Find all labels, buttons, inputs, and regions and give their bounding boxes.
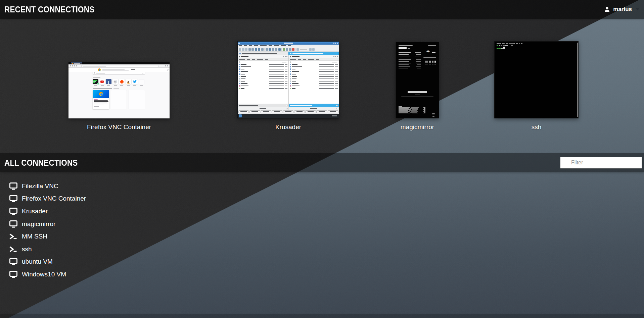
connection-list-item[interactable]: magicmirror	[9, 218, 86, 230]
left-file-panel	[238, 55, 288, 107]
user-menu[interactable]: marius	[604, 6, 639, 13]
filter-input[interactable]	[560, 157, 642, 168]
wikipedia-icon	[112, 79, 118, 84]
recent-connection-firefox-vnc-container[interactable]: f a	[68, 62, 170, 131]
terminal-text-line	[497, 43, 522, 44]
menu-bar	[238, 45, 339, 47]
terminal-scrollbar	[577, 43, 578, 117]
recent-connections-row: f a	[68, 41, 579, 131]
twitter-icon	[132, 79, 138, 84]
firefox-vnc-thumbnail: f a	[68, 62, 170, 118]
terminal-icon	[9, 233, 17, 240]
connection-name: MM SSH	[22, 233, 47, 240]
empty-site-tile	[139, 79, 144, 84]
connection-list-item[interactable]: Firefox VNC Container	[9, 193, 86, 205]
background-bottom-band	[0, 314, 644, 318]
monitor-icon	[9, 220, 17, 228]
recent-connection-krusader[interactable]: Krusader	[237, 41, 339, 131]
reddit-icon	[119, 79, 125, 84]
user-icon	[604, 6, 610, 12]
cookie-banner	[68, 67, 170, 72]
toolbar	[238, 47, 339, 52]
connection-name: Windows10 VM	[22, 271, 66, 278]
recent-connection-ssh[interactable]: ssh	[494, 41, 579, 131]
terminal-prompt-line	[497, 47, 505, 49]
connection-name: Filezilla VNC	[22, 182, 58, 190]
right-file-panel	[288, 55, 339, 107]
window-title-bar	[238, 42, 339, 45]
monitor-icon	[9, 182, 17, 190]
all-connections-title: ALL CONNECTIONS	[4, 158, 78, 168]
youtube-icon	[99, 79, 105, 84]
app-header: RECENT CONNECTIONS marius	[0, 0, 644, 19]
connection-list-item[interactable]: ubuntu VM	[9, 256, 86, 268]
connection-list: Filezilla VNC Firefox VNC Container	[9, 180, 86, 281]
browser-toolbar	[68, 64, 170, 67]
weather-forecast-table	[417, 60, 436, 65]
amazon-icon: a	[126, 79, 131, 84]
connection-list-item[interactable]: MM SSH	[9, 230, 86, 243]
filter-box	[560, 157, 642, 169]
magicmirror-thumbnail: ☂	[396, 42, 439, 118]
page-title: RECENT CONNECTIONS	[4, 5, 94, 14]
firefox-logo-icon	[98, 68, 101, 71]
krusader-thumbnail	[237, 41, 339, 118]
recent-connection-name: Krusader	[275, 123, 301, 131]
recent-connection-magicmirror[interactable]: ☂	[396, 42, 439, 131]
connection-name: magicmirror	[22, 220, 55, 228]
browser-newtab-page: f a	[68, 67, 170, 118]
newtab-search-bar	[93, 71, 145, 74]
terminal-icon	[9, 246, 17, 253]
pocket-recommendations-label	[93, 88, 145, 89]
connection-list-item[interactable]: Krusader	[9, 205, 86, 218]
monitor-icon	[9, 258, 17, 265]
left-panel-path-bar	[238, 52, 288, 55]
firefox-logo-icon	[99, 92, 103, 96]
all-connections-bar: ALL CONNECTIONS	[0, 153, 644, 172]
terminal-text-line	[497, 45, 513, 46]
ssh-terminal-thumbnail	[494, 41, 579, 118]
function-key-buttons	[238, 110, 339, 114]
news-table	[399, 106, 425, 114]
monitor-icon	[9, 195, 17, 202]
top-sites-tiles: f a	[93, 79, 145, 84]
owner-status-row	[238, 107, 339, 110]
right-panel-path-bar-active	[288, 52, 339, 55]
monitor-icon	[9, 271, 17, 278]
connection-list-item[interactable]: ssh	[9, 243, 86, 256]
connection-name: Krusader	[22, 208, 48, 215]
browser-tab-bar	[68, 62, 170, 64]
connection-name: ubuntu VM	[22, 258, 53, 265]
terminal-site-tile	[93, 79, 98, 84]
search-icon	[94, 72, 95, 73]
connection-list-item[interactable]: Windows10 VM	[9, 268, 86, 281]
monitor-icon	[9, 208, 17, 215]
recent-connection-name: Firefox VNC Container	[87, 123, 151, 131]
pocket-cards	[93, 90, 145, 109]
connection-name: ssh	[22, 246, 32, 253]
facebook-icon: f	[106, 79, 111, 84]
connection-list-item[interactable]: Filezilla VNC	[9, 180, 86, 193]
recent-connection-name: magicmirror	[401, 123, 434, 131]
chevron-down-icon	[636, 8, 639, 10]
connection-name: Firefox VNC Container	[22, 195, 86, 202]
username: marius	[613, 6, 632, 13]
recent-connection-name: ssh	[532, 123, 542, 131]
desktop-taskbar	[238, 114, 339, 118]
weather-icon: ☂	[426, 50, 430, 54]
compliment-text	[396, 91, 439, 97]
